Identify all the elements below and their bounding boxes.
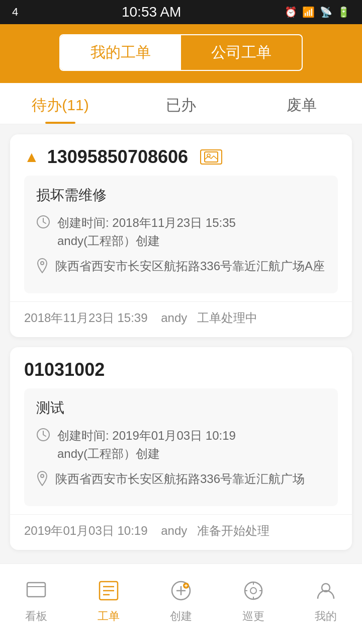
creator: andy(工程部）创建 xyxy=(57,232,236,250)
nav-label-create: 创建 xyxy=(170,609,192,624)
card-header: 01031002 xyxy=(10,347,352,388)
card-body: 测试 创建时间: 2019年01月03日 10:19 andy(工程部）创建 xyxy=(24,388,338,506)
creator: andy(工程部）创建 xyxy=(57,445,236,463)
nav-item-patrol[interactable]: 巡更 xyxy=(217,580,290,629)
status-user: andy xyxy=(161,311,187,325)
status-icons: ⏰ 📶 📡 🔋 xyxy=(285,6,350,18)
status-bar: 4 10:53 AM ⏰ 📶 📡 🔋 xyxy=(0,0,362,24)
location: 陕西省西安市长安区航拓路336号靠近汇航广场A座 xyxy=(55,257,325,275)
nav-item-mine[interactable]: 我的 xyxy=(290,580,362,629)
nav-label-kanban: 看板 xyxy=(25,609,47,624)
status-user: andy xyxy=(161,524,187,537)
order-id: 13095850708606 xyxy=(47,146,188,168)
status-text: 准备开始处理 xyxy=(197,524,269,537)
location-row: 陕西省西安市长安区航拓路336号靠近汇航广场 xyxy=(36,470,326,489)
tab-company-workorder[interactable]: 公司工单 xyxy=(181,35,302,70)
svg-point-18 xyxy=(245,582,262,599)
wifi-icon: 📶 xyxy=(302,6,315,18)
clock-icon xyxy=(36,428,50,445)
work-order-card[interactable]: ▲ 13095850708606 损坏需维修 xyxy=(10,134,352,337)
nav-label-mine: 我的 xyxy=(315,609,337,624)
tab-my-workorder[interactable]: 我的工单 xyxy=(60,35,181,70)
create-time-row: 创建时间: 2019年01月03日 10:19 andy(工程部）创建 xyxy=(36,427,326,463)
svg-point-5 xyxy=(41,474,44,477)
card-header: ▲ 13095850708606 xyxy=(10,134,352,176)
card-body: 损坏需维修 创建时间: 2018年11月23日 15:35 andy(工程部）创… xyxy=(24,176,338,293)
nav-label-patrol: 巡更 xyxy=(242,609,264,624)
sub-tab-pending[interactable]: 待办(11) xyxy=(0,83,121,124)
header: 我的工单 公司工单 xyxy=(0,24,362,83)
nav-label-workorder: 工单 xyxy=(98,609,120,624)
workorder-icon xyxy=(98,580,120,605)
create-time-row: 创建时间: 2018年11月23日 15:35 andy(工程部）创建 xyxy=(36,214,326,250)
order-id: 01031002 xyxy=(24,359,105,380)
status-time: 2018年11月23日 15:39 xyxy=(24,311,148,325)
location-icon xyxy=(36,471,48,489)
create-time: 创建时间: 2018年11月23日 15:35 xyxy=(57,214,236,232)
kanban-icon xyxy=(25,580,47,605)
svg-point-19 xyxy=(250,588,256,594)
location-row: 陕西省西安市长安区航拓路336号靠近汇航广场A座 xyxy=(36,257,326,276)
main-tab-toggle: 我的工单 公司工单 xyxy=(59,34,303,71)
location: 陕西省西安市长安区航拓路336号靠近汇航广场 xyxy=(55,470,305,488)
create-time: 创建时间: 2019年01月03日 10:19 xyxy=(57,427,236,445)
status-left-num: 4 xyxy=(12,6,18,19)
order-type: 损坏需维修 xyxy=(36,186,326,205)
nav-item-kanban[interactable]: 看板 xyxy=(0,580,72,629)
patrol-icon xyxy=(242,580,264,605)
sub-tab-done[interactable]: 已办 xyxy=(121,83,241,124)
battery-icon: 🔋 xyxy=(337,6,350,18)
image-icon xyxy=(200,149,222,165)
alarm-icon: ⏰ xyxy=(285,6,297,18)
svg-point-3 xyxy=(41,262,44,265)
sub-tab-trash[interactable]: 废单 xyxy=(241,83,362,124)
svg-rect-0 xyxy=(205,152,218,162)
location-icon xyxy=(36,258,48,276)
warning-icon: ▲ xyxy=(24,148,39,166)
work-order-card[interactable]: 01031002 测试 创建时间: 2019年01月03日 10:19 andy… xyxy=(10,347,352,550)
sub-tab-bar: 待办(11) 已办 废单 xyxy=(0,83,362,124)
nav-item-workorder[interactable]: 工单 xyxy=(72,580,145,629)
svg-rect-6 xyxy=(27,583,45,597)
create-icon xyxy=(170,580,192,605)
card-footer: 2019年01月03日 10:19 andy 准备开始处理 xyxy=(10,514,352,550)
clock-icon xyxy=(36,215,50,232)
status-text: 工单处理中 xyxy=(197,311,257,325)
status-time: 10:53 AM xyxy=(122,4,181,20)
bottom-nav: 看板 工单 创建 xyxy=(0,564,362,644)
signal1-icon: 📡 xyxy=(320,6,332,18)
status-time: 2019年01月03日 10:19 xyxy=(24,524,148,537)
mine-icon xyxy=(315,580,337,605)
order-type: 测试 xyxy=(36,398,326,418)
nav-item-create[interactable]: 创建 xyxy=(145,580,217,629)
card-footer: 2018年11月23日 15:39 andy 工单处理中 xyxy=(10,301,352,337)
